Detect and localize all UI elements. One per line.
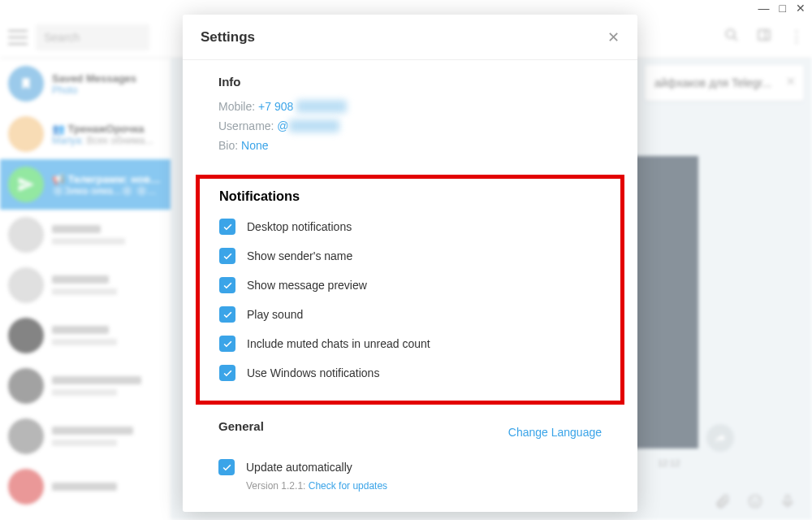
svg-line-1 — [733, 37, 737, 41]
chat-title: 👥 ТренажОрочка — [52, 123, 153, 135]
checkbox-icon — [219, 248, 235, 264]
checkbox-play-sound[interactable]: Play sound — [219, 300, 601, 329]
chat-item[interactable] — [0, 411, 171, 462]
checkbox-show-sender-s-name[interactable]: Show sender's name — [219, 241, 601, 271]
avatar — [8, 368, 44, 404]
emoji-icon[interactable] — [747, 493, 763, 514]
info-section: Info Mobile: +7 908 000 00 00 Username: … — [183, 75, 637, 175]
checkbox-label: Include muted chats in unread count — [247, 337, 430, 350]
svg-point-6 — [757, 500, 758, 500]
search-icon[interactable] — [724, 28, 739, 46]
checkbox-show-message-preview[interactable]: Show message preview — [219, 271, 601, 300]
checkbox-label: Use Windows notifications — [247, 366, 379, 379]
checkbox-include-muted-chats-in-unread-count[interactable]: Include muted chats in unread count — [219, 329, 601, 358]
info-mobile: Mobile: +7 908 000 00 00 — [218, 100, 602, 113]
bookmark-icon — [8, 66, 44, 102]
svg-rect-7 — [786, 496, 790, 504]
version-info: Version 1.2.1: Check for updates — [246, 480, 602, 492]
chat-item[interactable]: 👥 ТренажОрочка Mariya: Всех обнима... — [0, 109, 171, 159]
checkbox-icon — [219, 306, 235, 323]
general-section: General Change Language Update automatic… — [183, 419, 637, 492]
svg-rect-2 — [758, 30, 770, 40]
chat-item[interactable] — [0, 310, 171, 361]
avatar — [8, 116, 44, 152]
menu-icon[interactable] — [8, 30, 28, 45]
checkbox-icon — [219, 365, 235, 381]
window-close[interactable]: ✕ — [796, 2, 806, 15]
checkbox-update-automatically[interactable]: Update automatically — [218, 453, 602, 482]
change-language-link[interactable]: Change Language — [508, 426, 602, 439]
chat-item[interactable] — [0, 462, 171, 512]
chat-item[interactable] — [0, 260, 171, 310]
banner-text: айфхаков для Telegr... — [654, 76, 771, 89]
checkbox-use-windows-notifications[interactable]: Use Windows notifications — [219, 358, 601, 388]
checkbox-icon — [218, 459, 235, 475]
chat-subtitle: Mariya: Всех обнима... — [52, 135, 153, 146]
checkbox-label: Play sound — [247, 308, 303, 321]
checkbox-icon — [219, 277, 235, 293]
chat-title: Saved Messages — [52, 72, 136, 84]
more-icon[interactable]: ⋮ — [789, 28, 804, 46]
message-time: 12:12 — [658, 458, 680, 468]
chat-title: 📢 Телеграмм: ново... — [52, 173, 162, 185]
attach-icon[interactable] — [715, 493, 731, 514]
close-icon[interactable]: ✕ — [786, 75, 796, 88]
checkbox-desktop-notifications[interactable]: Desktop notifications — [219, 212, 601, 241]
chat-item[interactable] — [0, 210, 171, 260]
notifications-heading: Notifications — [219, 188, 601, 204]
svg-point-0 — [726, 29, 735, 38]
svg-point-4 — [749, 496, 762, 508]
avatar — [8, 167, 44, 202]
info-username: Username: @username — [218, 119, 602, 132]
info-bio: Bio: None — [218, 139, 602, 152]
chat-item-saved[interactable]: Saved Messages Photo — [0, 58, 171, 109]
username-link[interactable]: @ — [277, 119, 288, 132]
checkbox-label: Show message preview — [247, 279, 367, 292]
pinned-banner[interactable]: айфхаков для Telegr... ✕ — [645, 65, 804, 101]
info-heading: Info — [218, 75, 602, 89]
chat-list: Saved Messages Photo 👥 ТренажОрочка Mari… — [0, 58, 171, 520]
checkbox-label: Update automatically — [246, 461, 352, 474]
svg-point-5 — [753, 500, 754, 500]
panel-icon[interactable] — [757, 28, 771, 46]
settings-modal: Settings ✕ Info Mobile: +7 908 000 00 00… — [183, 15, 637, 512]
chat-subtitle: Photo — [52, 84, 136, 96]
avatar — [8, 418, 44, 454]
chat-item[interactable] — [0, 361, 171, 411]
general-heading: General — [218, 419, 264, 433]
chat-item-selected[interactable]: 📢 Телеграмм: ново... ❄️Зима-зима...❄️ ❄️… — [0, 159, 171, 210]
search-input[interactable]: Search — [36, 24, 149, 50]
checkbox-label: Show sender's name — [247, 249, 352, 262]
avatar — [8, 318, 44, 353]
avatar — [8, 469, 44, 505]
modal-title: Settings — [201, 29, 255, 46]
notifications-highlight: Notifications Desktop notificationsShow … — [196, 175, 624, 405]
mobile-link[interactable]: +7 908 — [258, 100, 293, 113]
window-minimize[interactable]: — — [758, 2, 770, 15]
checkbox-icon — [219, 336, 235, 352]
avatar — [8, 217, 44, 253]
avatar — [8, 267, 44, 303]
message-image[interactable] — [633, 156, 698, 448]
close-icon[interactable]: ✕ — [607, 28, 620, 46]
checkbox-icon — [219, 219, 235, 235]
chat-subtitle: ❄️Зима-зима...❄️ ❄️... — [52, 185, 162, 197]
window-maximize[interactable]: □ — [780, 2, 786, 15]
checkbox-label: Desktop notifications — [247, 220, 352, 233]
mic-icon[interactable] — [780, 493, 796, 514]
share-button[interactable] — [706, 424, 734, 452]
check-updates-link[interactable]: Check for updates — [309, 480, 387, 492]
bio-link[interactable]: None — [241, 139, 268, 152]
